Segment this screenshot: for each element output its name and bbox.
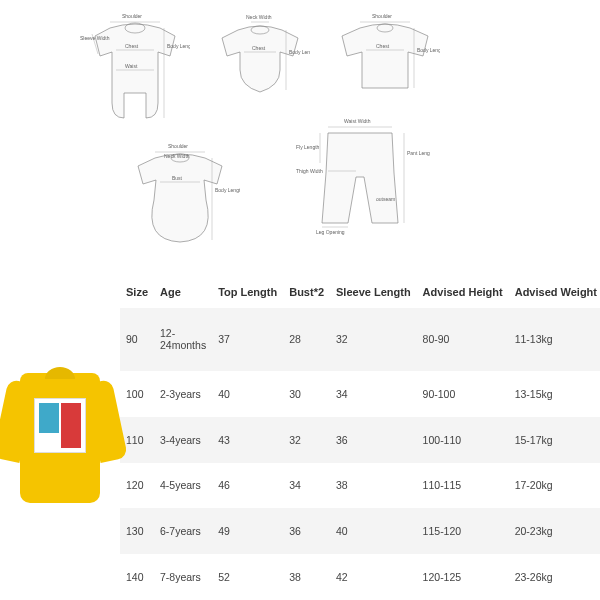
cell-bust2: 34 — [283, 463, 330, 509]
cell-bust2: 38 — [283, 554, 330, 600]
label-pant-length: Pant Length — [407, 150, 430, 156]
cell-sleeve_length: 38 — [330, 463, 417, 509]
col-advised-height: Advised Height — [417, 276, 509, 308]
cell-advised_height: 120-125 — [417, 554, 509, 600]
cell-advised_weight: 11-13kg — [509, 308, 600, 371]
col-age: Age — [154, 276, 212, 308]
cell-age: 2-3years — [154, 371, 212, 417]
measurement-diagrams: Shoulder Sleeve Width Chest Waist Body L… — [0, 0, 600, 276]
cell-age: 7-8years — [154, 554, 212, 600]
cell-age: 3-4years — [154, 417, 212, 463]
col-size: Size — [120, 276, 154, 308]
label-shoulder: Shoulder — [372, 13, 392, 19]
label-chest: Chest — [125, 43, 139, 49]
sweater-icon — [0, 363, 120, 513]
table-row: 1103-4years433236100-11015-17kg — [120, 417, 600, 463]
cell-top_length: 37 — [212, 308, 283, 371]
label-body-length: Body Length — [167, 43, 190, 49]
col-advised-weight: Advised Weight — [509, 276, 600, 308]
cell-age: 6-7years — [154, 508, 212, 554]
cell-sleeve_length: 34 — [330, 371, 417, 417]
cell-top_length: 52 — [212, 554, 283, 600]
cell-advised_height: 110-115 — [417, 463, 509, 509]
diagram-dress: Shoulder Neck Width Bust Body Length — [120, 140, 240, 250]
cell-top_length: 43 — [212, 417, 283, 463]
table-row: 1204-5years463438110-11517-20kg — [120, 463, 600, 509]
cell-sleeve_length: 36 — [330, 417, 417, 463]
cell-sleeve_length: 40 — [330, 508, 417, 554]
cell-advised_height: 80-90 — [417, 308, 509, 371]
cell-top_length: 40 — [212, 371, 283, 417]
product-image — [0, 276, 120, 600]
cell-advised_weight: 15-17kg — [509, 417, 600, 463]
label-shoulder: Shoulder — [122, 13, 142, 19]
cell-size: 100 — [120, 371, 154, 417]
cell-advised_weight: 23-26kg — [509, 554, 600, 600]
cell-size: 110 — [120, 417, 154, 463]
table-row: 1002-3years40303490-10013-15kg — [120, 371, 600, 417]
col-sleeve-length: Sleeve Length — [330, 276, 417, 308]
table-row: 1306-7years493640115-12020-23kg — [120, 508, 600, 554]
cell-age: 4-5years — [154, 463, 212, 509]
table-row: 1407-8years523842120-12523-26kg — [120, 554, 600, 600]
label-waist-width: Waist Width — [344, 118, 371, 124]
cell-advised_weight: 13-15kg — [509, 371, 600, 417]
col-top-length: Top Length — [212, 276, 283, 308]
cell-sleeve_length: 42 — [330, 554, 417, 600]
cell-size: 140 — [120, 554, 154, 600]
label-sleeve-width: Sleeve Width — [80, 35, 110, 41]
cell-top_length: 49 — [212, 508, 283, 554]
cell-advised_height: 90-100 — [417, 371, 509, 417]
cell-bust2: 32 — [283, 417, 330, 463]
label-outseam: outseam — [376, 196, 395, 202]
cell-size: 90 — [120, 308, 154, 371]
table-row: 9012-24months37283280-9011-13kg — [120, 308, 600, 371]
label-chest: Chest — [376, 43, 390, 49]
label-body-length: Body Length — [289, 49, 310, 55]
cell-advised_height: 100-110 — [417, 417, 509, 463]
size-chart-table: Size Age Top Length Bust*2 Sleeve Length… — [120, 276, 600, 600]
diagram-romper: Shoulder Sleeve Width Chest Waist Body L… — [80, 8, 190, 128]
cell-advised_weight: 20-23kg — [509, 508, 600, 554]
cell-advised_height: 115-120 — [417, 508, 509, 554]
label-bust: Bust — [172, 175, 183, 181]
diagram-onesie: Neck Width Chest Body Length — [210, 12, 310, 102]
label-neck-width: Neck Width — [246, 14, 272, 20]
cell-bust2: 36 — [283, 508, 330, 554]
cell-size: 120 — [120, 463, 154, 509]
label-fly-length: Fly Length — [296, 144, 320, 150]
cell-bust2: 30 — [283, 371, 330, 417]
label-leg-opening: Leg Opening — [316, 229, 345, 235]
label-body-length: Body Length — [215, 187, 240, 193]
label-shoulder: Shoulder — [168, 143, 188, 149]
cell-advised_weight: 17-20kg — [509, 463, 600, 509]
diagram-pants: Waist Width Fly Length Thigh Width Leg O… — [290, 115, 430, 235]
table-header-row: Size Age Top Length Bust*2 Sleeve Length… — [120, 276, 600, 308]
cell-sleeve_length: 32 — [330, 308, 417, 371]
label-body-length: Body Length — [417, 47, 440, 53]
diagram-shirt: Shoulder Chest Body Length — [330, 10, 440, 100]
label-waist: Waist — [125, 63, 138, 69]
label-thigh-width: Thigh Width — [296, 168, 323, 174]
cell-top_length: 46 — [212, 463, 283, 509]
cell-age: 12-24months — [154, 308, 212, 371]
col-bust2: Bust*2 — [283, 276, 330, 308]
cell-bust2: 28 — [283, 308, 330, 371]
cell-size: 130 — [120, 508, 154, 554]
label-neck-width: Neck Width — [164, 153, 190, 159]
label-chest: Chest — [252, 45, 266, 51]
